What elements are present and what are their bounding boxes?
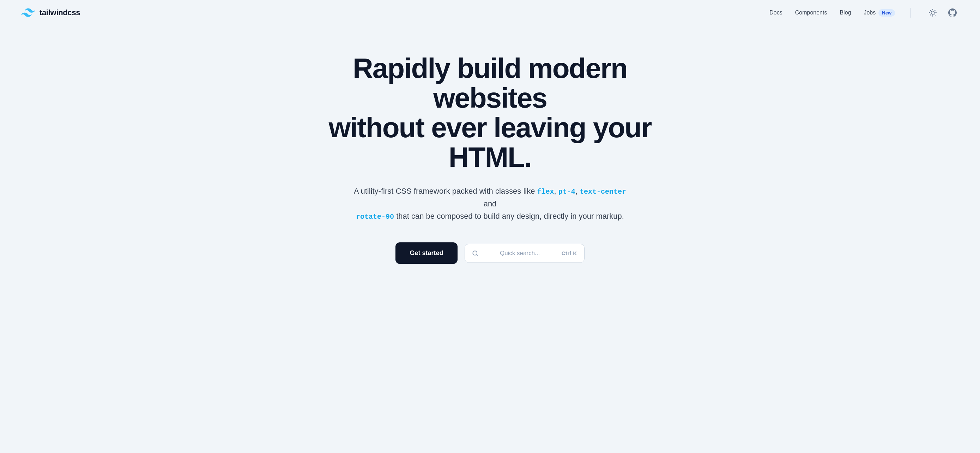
svg-line-8 xyxy=(935,10,935,11)
theme-toggle-button[interactable] xyxy=(926,6,939,19)
svg-line-7 xyxy=(930,15,931,15)
hero-subtitle-comma2: , xyxy=(575,187,580,196)
hero-section: Rapidly build modern websites without ev… xyxy=(278,25,702,285)
logo-text: tailwindcss xyxy=(40,8,80,17)
svg-point-0 xyxy=(931,11,934,14)
search-placeholder-text: Quick search... xyxy=(483,250,557,257)
hero-actions: Get started Quick search... Ctrl K xyxy=(395,242,584,264)
hero-subtitle-middle: and xyxy=(484,199,497,208)
nav-divider xyxy=(910,8,911,17)
tailwind-logo-icon xyxy=(21,8,35,17)
hero-code-text-center: text-center xyxy=(580,188,626,196)
svg-line-3 xyxy=(930,10,931,11)
hero-subtitle-comma1: , xyxy=(554,187,558,196)
logo-link[interactable]: tailwindcss xyxy=(21,8,80,17)
nav-icons xyxy=(926,6,959,19)
navbar: tailwindcss Docs Components Blog Jobs Ne… xyxy=(0,0,980,25)
github-icon xyxy=(948,8,957,17)
hero-title: Rapidly build modern websites without ev… xyxy=(296,54,684,172)
search-shortcut-label: Ctrl K xyxy=(562,250,577,256)
jobs-new-badge: New xyxy=(878,9,895,17)
hero-code-rotate90: rotate-90 xyxy=(356,213,394,221)
github-link-button[interactable] xyxy=(946,6,959,19)
hero-subtitle: A utility-first CSS framework packed wit… xyxy=(352,185,628,223)
nav-link-docs[interactable]: Docs xyxy=(769,10,782,16)
hero-subtitle-after: that can be composed to build any design… xyxy=(394,212,624,221)
hero-title-line2: without ever leaving your HTML. xyxy=(329,112,652,173)
hero-code-pt4: pt-4 xyxy=(558,188,575,196)
hero-title-line1: Rapidly build modern websites xyxy=(353,52,627,114)
search-box[interactable]: Quick search... Ctrl K xyxy=(465,244,585,263)
nav-jobs-wrapper: Jobs New xyxy=(864,9,895,17)
svg-line-4 xyxy=(935,15,935,15)
nav-link-components[interactable]: Components xyxy=(795,10,827,16)
nav-link-jobs[interactable]: Jobs xyxy=(864,10,876,16)
nav-links: Docs Components Blog Jobs New xyxy=(769,6,959,19)
hero-code-flex: flex xyxy=(537,188,554,196)
search-icon xyxy=(472,250,478,256)
sun-icon xyxy=(929,9,937,17)
get-started-button[interactable]: Get started xyxy=(395,242,457,264)
nav-link-blog[interactable]: Blog xyxy=(840,10,851,16)
svg-line-10 xyxy=(476,254,477,256)
hero-subtitle-before: A utility-first CSS framework packed wit… xyxy=(354,187,537,196)
